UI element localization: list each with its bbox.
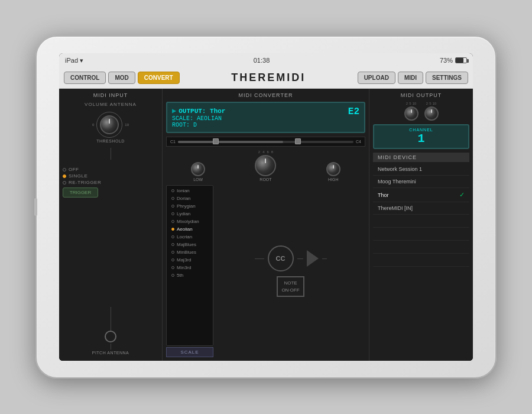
output-knob-row: 2 5 10 2 5 10 [373, 102, 469, 121]
cc-block: CC [268, 245, 294, 271]
scale-dot [171, 251, 174, 254]
upload-button[interactable]: UPLOAD [358, 72, 395, 84]
scale-item[interactable]: Maj3rd [167, 256, 213, 264]
scale-dot [171, 205, 174, 208]
scale-name: Min3rd [177, 265, 191, 270]
trigger-retrigger-option[interactable]: RE-TRIGGER [63, 180, 158, 185]
root-knob[interactable] [255, 155, 276, 176]
midi-converter-panel: MIDI CONVERTER ▶ OUTPUT: Thor SCALE: AEO… [163, 89, 369, 361]
scale-dot [171, 243, 174, 246]
scale-item[interactable]: Lydian [167, 210, 213, 218]
out-num-10: 10 [413, 102, 417, 105]
scale-dot [171, 197, 174, 200]
scale-name: Locrian [177, 234, 192, 240]
low-knob-wrap: LOW [191, 162, 205, 182]
midi-input-panel: MIDI INPUT VOLUME ANTENNA 0 10 THRESHOLD [59, 89, 163, 361]
midi-device-header: MIDI DEVICE [373, 153, 469, 162]
range-handle-right[interactable] [295, 138, 301, 144]
threshold-knob[interactable] [100, 115, 119, 134]
pitch-antenna-label: PITCH ANTENNA [92, 351, 129, 355]
scale-name: Mixolydian [177, 219, 199, 224]
header-left-buttons: CONTROL MOD CONVERT [64, 72, 180, 84]
scale-item[interactable]: MajBlues [167, 241, 213, 248]
midi-button[interactable]: MIDI [398, 72, 423, 84]
scale-dot [171, 220, 174, 223]
pitch-antenna-section: PITCH ANTENNA [63, 307, 158, 357]
flow-line-left [255, 258, 264, 259]
scale-name: Lydian [177, 211, 190, 216]
settings-button[interactable]: SETTINGS [426, 72, 468, 84]
app-header: CONTROL MOD CONVERT THEREMIDI UPLOAD MID… [59, 67, 473, 89]
scale-item[interactable]: 5th [167, 271, 213, 279]
scale-item[interactable]: Locrian [167, 233, 213, 241]
mod-button[interactable]: MOD [108, 72, 135, 84]
scale-dot [171, 228, 174, 231]
scale-button[interactable]: SCALE [166, 347, 213, 357]
scale-dot [171, 189, 174, 192]
battery-pct: 73% [440, 57, 453, 64]
out-num-2b: 2 [426, 102, 428, 105]
note-onoff-label: NOTEON·OFF [281, 280, 299, 293]
scale-item[interactable]: Min3rd [167, 264, 213, 271]
range-bar[interactable] [178, 141, 353, 143]
trigger-single-label: SINGLE [69, 173, 87, 179]
midi-device-item[interactable]: Moog Theremini [373, 176, 469, 188]
flow-column: CC NOTEON·OFF [216, 185, 365, 357]
time-display: 01:38 [254, 57, 270, 64]
lcd-display: ▶ OUTPUT: Thor SCALE: AEOLIAN ROOT: D E2 [166, 102, 365, 133]
convert-button[interactable]: CONVERT [138, 72, 180, 84]
trigger-button[interactable]: TRIGGER [63, 187, 98, 198]
scale-name: Maj3rd [177, 257, 191, 263]
pitch-antenna-circle [105, 331, 116, 342]
output-knob-right[interactable] [424, 106, 439, 121]
midi-device-empty-4 [373, 254, 469, 267]
range-handle-left[interactable] [213, 138, 219, 144]
midi-device-empty-3 [373, 241, 469, 254]
scale-item[interactable]: Dorian [167, 195, 213, 202]
root-num-6: 6 [267, 150, 268, 154]
out-num-10b: 10 [433, 102, 437, 105]
flow-line-mid [297, 258, 303, 259]
out-num-5: 5 [409, 102, 411, 105]
midi-device-item[interactable]: Thor ✓ [373, 188, 469, 202]
trigger-off-radio [63, 168, 66, 172]
midi-device-list: Network Session 1 Moog Theremini Thor ✓ … [373, 163, 469, 215]
threshold-label: THRESHOLD [96, 139, 125, 143]
scale-name: 5th [177, 273, 183, 278]
low-knob[interactable] [191, 162, 205, 176]
high-knob-label: HIGH [328, 177, 339, 182]
trigger-off-option[interactable]: OFF [63, 167, 158, 172]
scale-list: Ionian Dorian Phrygian Lydian Mixolydian… [166, 185, 213, 346]
scale-dot [171, 274, 174, 277]
scale-dot [171, 258, 174, 261]
trigger-single-option[interactable]: SINGLE [63, 173, 158, 179]
channel-label: CHANNEL [379, 128, 463, 132]
device-name: Moog Theremini [378, 179, 416, 185]
trigger-off-label: OFF [69, 167, 79, 172]
midi-device-item[interactable]: Network Session 1 [373, 163, 469, 176]
threshold-knob-ring [96, 112, 122, 138]
root-num-8: 8 [271, 150, 273, 154]
channel-number: 1 [379, 132, 463, 145]
scale-item[interactable]: MinBlues [167, 248, 213, 256]
out-num-5b: 5 [429, 102, 431, 105]
scale-item[interactable]: Mixolydian [167, 218, 213, 225]
high-knob[interactable] [326, 162, 340, 176]
output-knob-left-wrap: 2 5 10 [404, 102, 419, 121]
output-knob-left[interactable] [404, 106, 419, 121]
pitch-line-bottom [111, 344, 111, 350]
ipad-side-button[interactable] [34, 198, 37, 216]
scale-item[interactable]: Ionian [167, 187, 213, 195]
scale-name: MinBlues [177, 250, 196, 255]
out-num-2: 2 [406, 102, 408, 105]
scale-item[interactable]: Aeolian [167, 225, 213, 233]
root-knob-label: ROOT [259, 177, 271, 182]
output-knob-right-wrap: 2 5 10 [424, 102, 439, 121]
midi-device-item[interactable]: ThereMIDI [IN] [373, 202, 469, 215]
volume-antenna-label: VOLUME ANTENNA [63, 102, 158, 107]
lcd-line3: ROOT: D [172, 122, 225, 128]
ipad-shell: iPad ▾ 01:38 73% CONTROL MOD CONVERT THE… [35, 35, 497, 379]
control-button[interactable]: CONTROL [64, 72, 106, 84]
scale-item[interactable]: Phrygian [167, 202, 213, 210]
trigger-retrigger-label: RE-TRIGGER [69, 180, 101, 185]
